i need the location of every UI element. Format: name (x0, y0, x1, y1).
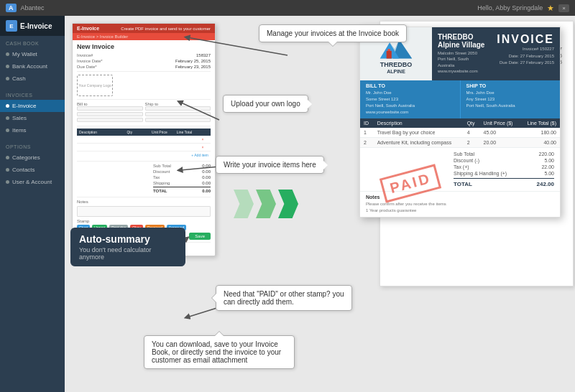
ship-to-title: SHIP TO (466, 83, 555, 88)
shipping-row: Shipping & Handling (+) 5.00 (454, 170, 554, 177)
invoice-form-header: E-Invoice Create PDF invoice and send to… (73, 24, 215, 33)
bill-to-title: BILL TO (366, 83, 454, 88)
callout-invoice-book-text: Manage your invoices at the Invoice book (267, 29, 399, 37)
sidebar-section-title-cashbook: CASH BOOK (0, 39, 65, 48)
add-row: + Add item (77, 151, 211, 159)
tax-row: Tax (+) 22.00 (454, 164, 554, 170)
tax-label: Tax (+) (454, 164, 469, 169)
invoice-meta-due: Due Date: 27 February 2015 (497, 60, 554, 67)
invoice-form-title: New Invoice (77, 43, 211, 50)
close-button[interactable]: × (558, 4, 569, 12)
sidebar-item-sales[interactable]: Sales (0, 112, 65, 124)
sidebar-logo-icon: E (6, 20, 17, 32)
sidebar-section-invoices: INVOICES E-Invoice Sales Items (0, 88, 65, 139)
shipping-label: Shipping & Handling (+) (454, 171, 507, 176)
bill-to-field-1[interactable] (77, 106, 143, 111)
invoice-number-value: 158327 (196, 53, 211, 57)
sidebar-item-dot (6, 129, 9, 132)
table-row: 2 Adventure Kit, including compass 2 20.… (360, 137, 560, 147)
invoice-date-label: Invoice Date* (77, 59, 103, 63)
save-button[interactable]: Save (189, 233, 211, 240)
invoice-title-text: INVOICE (497, 33, 554, 46)
sidebar-logo: E E-Invoice (0, 16, 65, 36)
total-label: TOTAL (454, 181, 472, 187)
ship-to-section: Ship to (145, 102, 211, 123)
sidebar: E E-Invoice CASH BOOK My Wallet Bank Acc… (0, 16, 65, 392)
invoice-meta-date: Date: 27 February 2015 (497, 53, 554, 60)
callout-stamp-note: Need that "PAID" or other stamp? you can… (216, 285, 352, 311)
add-item-btn[interactable]: + Add item (191, 153, 208, 157)
invoice-table-row-2: × (77, 144, 211, 151)
shipping-value: 5.00 (544, 171, 554, 176)
col-unit: Unit Price ($) (480, 118, 520, 128)
sidebar-item-my-wallet[interactable]: My Wallet (0, 48, 65, 60)
invoice-bill-ship: BILL TO Mr. John Doe Some Street 123 Por… (360, 80, 560, 118)
bill-to-field-3[interactable] (77, 118, 143, 122)
table-row: 1 Travel Bag by your choice 4 45.00 180.… (360, 128, 560, 138)
discount-row: Discount 0.00 (153, 169, 211, 174)
invoice-number-row: Invoice# 158327 (77, 53, 211, 57)
sidebar-item-bank-account[interactable]: Bank Account (0, 60, 65, 73)
invoice-front-paper: THREDBO ALPINE THREDBO Alpine Village Ma… (359, 27, 561, 218)
top-bar-left: A Abantec (6, 4, 45, 12)
invoice-number-label: Invoice# (77, 53, 93, 57)
auto-summary-title: Auto-summary (79, 233, 177, 245)
invoice-output: INVOICE Invoice# 150227 Date: 27 Februar… (359, 27, 568, 218)
bill-to-field-2[interactable] (77, 112, 143, 116)
username-text: Hello, Abby Springdale (477, 4, 543, 11)
sidebar-item-dot (6, 104, 9, 108)
ship-to-field-3[interactable] (145, 118, 211, 122)
shipping-row: Shipping 0.00 (153, 181, 211, 185)
due-date-row: Due Date* February 23, 2015 (77, 65, 211, 69)
callout-write-items-text: Write your invoice items here (224, 161, 316, 169)
sidebar-item-items[interactable]: Items (0, 124, 65, 136)
callout-stamp-note-text: Need that "PAID" or other stamp? you can… (224, 290, 344, 306)
company-website: www.mywebsite.com (438, 68, 485, 74)
bill-to-address1: Some Street 123 (366, 96, 454, 103)
due-date-value: February 23, 2015 (175, 65, 211, 69)
callout-invoice-book: Manage your invoices at the Invoice book (259, 24, 407, 42)
sidebar-item-dot (6, 168, 9, 172)
sidebar-item-dot (6, 180, 9, 184)
notes-textarea[interactable] (77, 206, 211, 217)
arrow-chevrons (234, 190, 298, 218)
sidebar-item-dot (6, 156, 9, 159)
col-id: ID (360, 118, 374, 128)
center-area: E-Invoice Create PDF invoice and send to… (65, 16, 575, 392)
due-date-label: Due Date* (77, 65, 97, 69)
auto-summary-sub: You don't need calculator anymore (79, 246, 177, 261)
sidebar-item-user-account[interactable]: User & Account (0, 176, 65, 188)
sidebar-item-cash[interactable]: Cash (0, 73, 65, 85)
subtotal-row: Sub Total 0.00 (153, 164, 211, 168)
invoice-date-row: Invoice Date* February 25, 2015 (77, 59, 211, 63)
invoice-note-line-2: 1 Year products guarantee (366, 207, 554, 214)
sidebar-item-einvoice[interactable]: E-Invoice (0, 100, 65, 112)
favorite-icon[interactable]: ★ (547, 4, 554, 13)
invoice-line-items-table: ID Description Qty Unit Price ($) Line T… (360, 118, 560, 148)
sidebar-item-dot (6, 52, 9, 56)
tax-row: Tax 0.00 (153, 175, 211, 179)
total-final-row: TOTAL 242.00 (454, 178, 554, 188)
ship-to-field-1[interactable] (145, 106, 211, 111)
total-row: TOTAL 0.00 (153, 187, 211, 193)
invoice-form-body: New Invoice Invoice# 158327 Invoice Date… (73, 40, 215, 256)
invoice-date-value: February 25, 2015 (175, 59, 211, 63)
callout-upload-logo-text: Upload your own logo (231, 100, 300, 108)
row1-total: 180.00 (520, 128, 560, 138)
company-address-1: Malcolm Street 2050 (438, 50, 485, 56)
sidebar-item-dot (6, 77, 9, 80)
stamp-label: Stamp (77, 219, 211, 223)
invoice-note-line-1: Please confirm after you receive the ite… (366, 201, 554, 207)
invoice-form-breadcrumb: E-Invoice > Invoice Builder (73, 33, 215, 40)
ship-to-field-2[interactable] (145, 112, 211, 116)
bill-to-name: Mr. John Doe (366, 90, 454, 96)
sidebar-item-categories[interactable]: Categories (0, 151, 65, 164)
callout-write-items: Write your invoice items here (216, 156, 324, 174)
svg-rect-3 (387, 51, 392, 59)
sidebar-item-contacts[interactable]: Contacts (0, 164, 65, 176)
svg-rect-4 (387, 49, 390, 51)
invoice-totals-table: Sub Total 220.00 Discount (-) 5.00 Tax (… (454, 151, 554, 188)
chevron-1 (234, 190, 254, 218)
sidebar-section-title-options: OPTIONS (0, 142, 65, 151)
logo-placeholder: Your Company Logo (77, 75, 113, 96)
